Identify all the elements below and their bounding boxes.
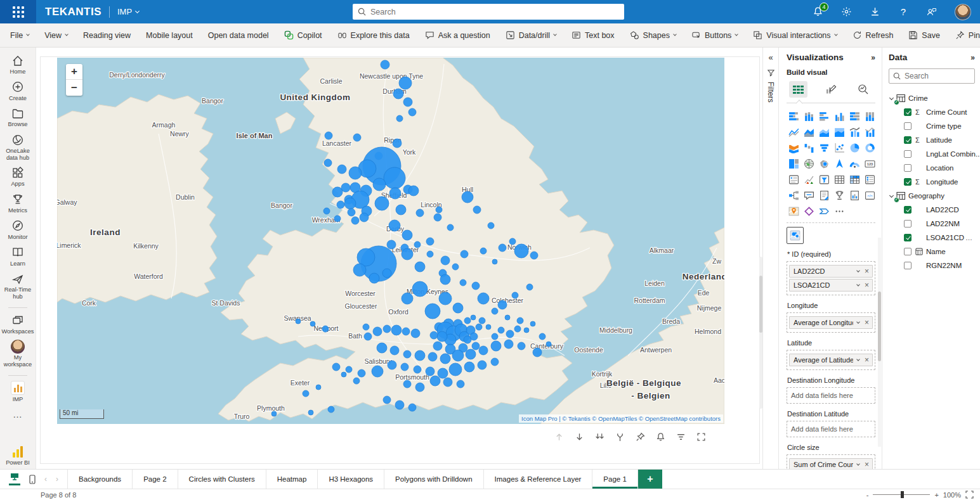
map-data-circle[interactable] (415, 262, 425, 272)
toolbar-file[interactable]: File (10, 31, 29, 40)
toolbar-buttons[interactable]: Buttons (691, 30, 738, 40)
toolbar-pin-to-a-dashboard[interactable]: Pin to a dashboard (955, 30, 980, 40)
map-data-circle[interactable] (426, 238, 434, 245)
map-data-circle[interactable] (504, 340, 513, 349)
toolbar-view[interactable]: View (44, 31, 68, 40)
map-data-circle[interactable] (328, 406, 334, 413)
tab-format-visual[interactable] (821, 81, 840, 98)
visual-type-treemap[interactable] (787, 157, 800, 170)
map-data-circle[interactable] (373, 178, 386, 191)
map-data-circle[interactable] (332, 187, 343, 197)
sidebar-item-home[interactable]: Home (0, 54, 36, 75)
field-checkbox[interactable] (904, 220, 911, 228)
map-data-circle[interactable] (441, 256, 450, 265)
map-data-circle[interactable] (466, 349, 476, 359)
toolbar-save[interactable]: Save (908, 30, 940, 40)
toolbar-mobile-layout[interactable]: Mobile layout (146, 31, 193, 40)
visual-type-funnel-chart[interactable] (817, 141, 831, 155)
map-data-circle[interactable] (443, 378, 452, 387)
visual-type-smart-narrative[interactable] (817, 189, 831, 202)
map-data-circle[interactable] (486, 324, 491, 330)
field-more-options[interactable]: … (965, 234, 975, 241)
visual-type-developer-visual[interactable]: </> (863, 189, 877, 202)
map-zoom-out-button[interactable]: − (66, 80, 82, 96)
map-data-circle[interactable] (391, 325, 402, 335)
zoom-out-button[interactable]: - (866, 491, 869, 499)
map-data-circle[interactable] (351, 217, 359, 224)
well-destination-latitude[interactable]: Add data fields here (787, 421, 875, 437)
field-checkbox[interactable] (904, 164, 911, 172)
visual-type-ribbon-chart[interactable] (787, 141, 800, 155)
map-data-circle[interactable] (393, 139, 402, 148)
map-data-circle[interactable] (383, 325, 391, 333)
sidebar-item-metrics[interactable]: Metrics (0, 193, 36, 214)
map-data-circle[interactable] (403, 350, 411, 358)
chevron-down-icon[interactable] (856, 283, 860, 286)
page-tab-circles-with-clusters[interactable]: Circles with Clusters (178, 470, 266, 489)
visual-type-donut-chart[interactable] (863, 141, 877, 155)
tab-build-visual[interactable] (789, 81, 807, 98)
map-data-circle[interactable] (325, 132, 332, 139)
visual-type-gauge[interactable] (847, 157, 861, 170)
drill-up-icon[interactable] (554, 432, 564, 442)
map-data-circle[interactable] (462, 191, 473, 203)
visual-type-decomposition-tree[interactable] (787, 189, 800, 202)
search-input[interactable] (370, 8, 619, 16)
settings-button[interactable] (840, 6, 852, 18)
map-data-circle[interactable] (412, 281, 428, 297)
map-data-circle[interactable] (358, 369, 365, 377)
map-data-circle[interactable] (434, 214, 441, 221)
map-data-circle[interactable] (402, 248, 413, 260)
visual-type-stacked-column-chart[interactable] (802, 110, 816, 123)
chevron-down-icon[interactable] (856, 320, 860, 324)
remove-field-icon[interactable]: × (865, 319, 869, 326)
visual-type-stacked-area-chart[interactable] (817, 125, 831, 139)
sidebar-item-learn[interactable]: Learn (0, 246, 36, 267)
map-data-circle[interactable] (369, 273, 379, 283)
sidebar-item-my-workspace[interactable]: My workspace (0, 340, 36, 368)
visual-type-100-stacked-area-chart[interactable] (832, 125, 846, 139)
feedback-button[interactable] (926, 6, 938, 18)
field-row-crime-type[interactable]: Crime type (889, 119, 975, 133)
icon-map-pro-visual[interactable]: Derry/LondonderryBangorArmaghNewryCarlis… (57, 58, 724, 424)
toolbar-shapes[interactable]: Shapes (630, 30, 676, 40)
map-data-circle[interactable] (364, 333, 372, 340)
well-latitude[interactable]: Average of Latitude× (787, 350, 875, 370)
map-data-circle[interactable] (471, 315, 476, 320)
map-data-circle[interactable] (478, 361, 487, 369)
field-chip-average-of-latitude[interactable]: Average of Latitude× (789, 354, 873, 366)
map-data-circle[interactable] (509, 238, 516, 245)
report-canvas[interactable]: Derry/LondonderryBangorArmaghNewryCarlis… (36, 48, 762, 469)
visual-type-clustered-column-chart[interactable] (832, 110, 846, 123)
sidebar-item-apps[interactable]: Apps (0, 166, 36, 188)
help-button[interactable]: ? (898, 6, 909, 18)
visual-type-stacked-bar-chart[interactable] (787, 110, 800, 123)
map-attribution[interactable]: Icon Map Pro | © Tekantis © OpenMapTiles… (519, 414, 723, 423)
field-row-name[interactable]: Name (889, 245, 975, 259)
map-data-circle[interactable] (473, 206, 481, 214)
chevron-down-icon[interactable] (856, 462, 860, 466)
set-alert-icon[interactable] (656, 432, 665, 442)
collapse-data-pane-icon[interactable]: » (970, 53, 975, 62)
focus-mode-icon[interactable] (696, 432, 706, 442)
tab-analytics[interactable] (854, 81, 873, 98)
visual-type-100-stacked-column-chart[interactable] (863, 110, 877, 123)
map-data-circle[interactable] (479, 346, 488, 355)
visual-type-more-visuals[interactable] (832, 205, 846, 218)
field-checkbox[interactable] (904, 178, 911, 186)
map-data-circle[interactable] (492, 333, 498, 340)
map-data-circle[interactable] (414, 366, 421, 373)
field-checkbox[interactable] (904, 150, 911, 158)
visual-type-icon-map-pro[interactable] (787, 205, 800, 218)
field-row-crime-count[interactable]: Σ Crime Count (889, 105, 975, 119)
map-data-circle[interactable] (470, 333, 478, 340)
sidebar-item-imp[interactable]: IMP (0, 381, 36, 403)
page-tab-backgrounds[interactable]: Backgrounds (68, 470, 133, 489)
map-data-circle[interactable] (353, 134, 361, 141)
sidebar-item-workspaces[interactable]: Workspaces (0, 314, 36, 335)
sidebar-item-power-bi[interactable]: Power BI (0, 445, 36, 466)
chevron-down-icon[interactable] (889, 193, 894, 197)
map-data-circle[interactable] (499, 244, 506, 252)
well-destination-longitude[interactable]: Add data fields here (787, 387, 875, 404)
map-data-circle[interactable] (440, 354, 450, 364)
